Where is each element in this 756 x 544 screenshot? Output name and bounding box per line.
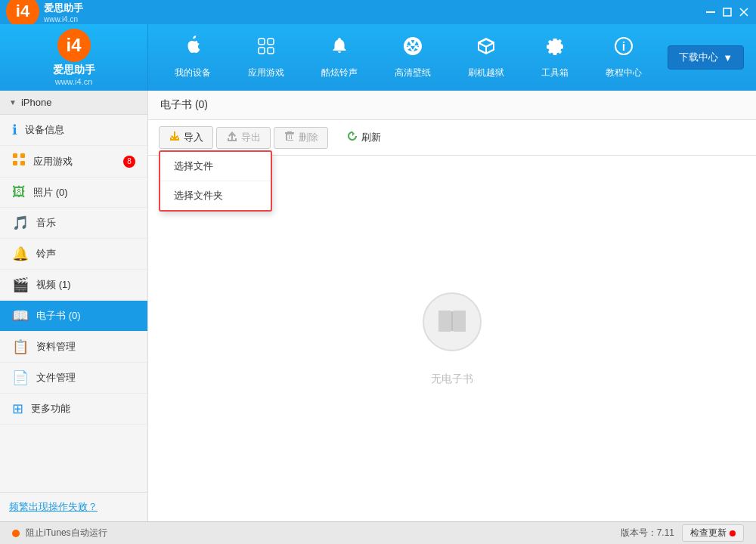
sidebar-bottom: 频繁出现操作失败？ xyxy=(0,492,147,521)
status-right: 版本号：7.11 检查更新 xyxy=(621,524,744,542)
window-controls xyxy=(705,6,750,18)
refresh-icon xyxy=(346,130,358,145)
nav-apple-icon xyxy=(182,36,203,62)
svg-rect-11 xyxy=(20,153,25,158)
status-itunes-text: 阻止iTunes自动运行 xyxy=(26,527,107,539)
delete-button[interactable]: 删除 xyxy=(274,127,328,149)
sidebar-device-info-label: 设备信息 xyxy=(25,123,64,137)
nav-box-icon xyxy=(476,36,497,62)
status-bar: 阻止iTunes自动运行 版本号：7.11 检查更新 xyxy=(0,521,756,544)
nav-ringtones-label: 酷炫铃声 xyxy=(321,66,358,79)
nav-wallpaper[interactable]: 高清壁纸 xyxy=(383,29,443,85)
update-dot-icon xyxy=(730,530,736,536)
nav-my-device-label: 我的设备 xyxy=(175,66,211,79)
svg-rect-5 xyxy=(268,39,274,45)
main-layout: ▼ iPhone ℹ 设备信息 应用游戏 8 🖼 照片 (0) 🎵 音乐 xyxy=(0,91,756,521)
refresh-label: 刷新 xyxy=(361,131,381,144)
device-arrow-icon: ▼ xyxy=(9,98,17,107)
svg-rect-6 xyxy=(259,48,265,54)
nav-apps-games[interactable]: 应用游戏 xyxy=(236,29,296,85)
import-dropdown: 选择文件 选择文件夹 xyxy=(159,150,272,212)
device-name: iPhone xyxy=(21,97,51,108)
info-icon: ℹ xyxy=(12,122,17,138)
ringtones-icon: 🔔 xyxy=(12,246,29,262)
ebooks-icon: 📖 xyxy=(12,308,29,324)
sidebar-items-list: ℹ 设备信息 应用游戏 8 🖼 照片 (0) 🎵 音乐 🔔 铃声 xyxy=(0,115,147,492)
sidebar-item-photos[interactable]: 🖼 照片 (0) xyxy=(0,178,147,208)
export-button[interactable]: 导出 xyxy=(216,127,271,149)
sidebar-item-data-mgmt[interactable]: 📋 资料管理 xyxy=(0,332,147,363)
import-button[interactable]: 导入 xyxy=(159,126,213,149)
restore-button[interactable] xyxy=(721,6,733,18)
sidebar-videos-label: 视频 (1) xyxy=(36,278,71,292)
import-label: 导入 xyxy=(184,131,203,144)
select-folder-item[interactable]: 选择文件夹 xyxy=(160,181,271,210)
sidebar-item-videos[interactable]: 🎬 视频 (1) xyxy=(0,270,147,301)
minimize-button[interactable] xyxy=(705,6,717,18)
file-mgmt-icon: 📄 xyxy=(12,369,29,386)
nav-jailbreak[interactable]: 刷机越狱 xyxy=(456,29,516,85)
header-logo: i4 爱思助手 www.i4.cn xyxy=(0,24,148,91)
svg-rect-0 xyxy=(706,11,715,13)
refresh-button[interactable]: 刷新 xyxy=(337,127,390,148)
sidebar-file-mgmt-label: 文件管理 xyxy=(36,371,76,385)
close-button[interactable] xyxy=(738,6,750,18)
svg-text:i: i xyxy=(621,40,624,53)
version-label: 版本号：7.11 xyxy=(621,527,674,539)
nav-my-device[interactable]: 我的设备 xyxy=(163,29,223,85)
nav-toolbox[interactable]: 工具箱 xyxy=(529,29,581,85)
more-icon: ⊞ xyxy=(12,400,23,417)
sidebar-item-file-mgmt[interactable]: 📄 文件管理 xyxy=(0,363,147,394)
header-app-url: www.i4.cn xyxy=(55,77,93,86)
photos-icon: 🖼 xyxy=(12,184,26,200)
header: i4 爱思助手 www.i4.cn 我的设备 应用游戏 酷炫铃声 xyxy=(0,24,756,91)
svg-rect-12 xyxy=(13,161,17,165)
nav-apps-icon xyxy=(256,36,277,62)
download-center-button[interactable]: 下载中心 ▼ xyxy=(668,45,744,70)
sidebar-item-apps[interactable]: 应用游戏 8 xyxy=(0,146,147,178)
sidebar-ebooks-label: 电子书 (0) xyxy=(36,309,81,323)
frequent-fail-button[interactable]: 频繁出现操作失败？ xyxy=(9,500,98,514)
sidebar-item-ringtones[interactable]: 🔔 铃声 xyxy=(0,239,147,270)
sidebar-item-ebooks[interactable]: 📖 电子书 (0) xyxy=(0,301,147,332)
nav-bar: 我的设备 应用游戏 酷炫铃声 高清壁纸 刷机越狱 xyxy=(148,24,668,91)
nav-bell-icon xyxy=(329,36,350,62)
header-app-name: 爱思助手 xyxy=(53,63,95,77)
sidebar-item-music[interactable]: 🎵 音乐 xyxy=(0,208,147,239)
nav-tutorials-label: 教程中心 xyxy=(606,66,642,79)
export-icon xyxy=(226,131,238,145)
app-name: 爱思助手 xyxy=(44,2,83,15)
nav-tutorials[interactable]: i 教程中心 xyxy=(593,29,654,85)
import-icon xyxy=(169,130,181,145)
content-title: 电子书 (0) xyxy=(148,91,756,120)
content-area: 电子书 (0) 导入 导出 删除 xyxy=(148,91,756,521)
device-label: ▼ iPhone xyxy=(0,91,147,115)
download-arrow-icon: ▼ xyxy=(723,52,733,63)
nav-toolbox-label: 工具箱 xyxy=(541,66,569,79)
svg-rect-10 xyxy=(13,153,17,158)
status-left: 阻止iTunes自动运行 xyxy=(12,527,107,539)
sidebar-item-device-info[interactable]: ℹ 设备信息 xyxy=(0,115,147,146)
sidebar-more-label: 更多功能 xyxy=(31,402,70,416)
status-dot-icon xyxy=(12,530,20,537)
delete-icon xyxy=(284,131,296,145)
sidebar-music-label: 音乐 xyxy=(36,216,56,230)
music-icon: 🎵 xyxy=(12,215,29,231)
sidebar: ▼ iPhone ℹ 设备信息 应用游戏 8 🖼 照片 (0) 🎵 音乐 xyxy=(0,91,148,521)
nav-info-icon: i xyxy=(613,36,634,62)
nav-jailbreak-label: 刷机越狱 xyxy=(468,66,504,79)
title-bar: i4 爱思助手 www.i4.cn xyxy=(0,0,756,24)
toolbar: 导入 导出 删除 刷新 选择文件 xyxy=(148,120,756,156)
select-file-item[interactable]: 选择文件 xyxy=(160,152,271,181)
check-update-label: 检查更新 xyxy=(690,527,727,539)
nav-ringtones[interactable]: 酷炫铃声 xyxy=(309,29,370,85)
videos-icon: 🎬 xyxy=(12,277,29,293)
data-mgmt-icon: 📋 xyxy=(12,338,29,355)
nav-apps-label: 应用游戏 xyxy=(248,66,284,79)
sidebar-item-more[interactable]: ⊞ 更多功能 xyxy=(0,394,147,425)
download-center-label: 下载中心 xyxy=(679,51,718,64)
sidebar-data-mgmt-label: 资料管理 xyxy=(36,340,76,354)
check-update-button[interactable]: 检查更新 xyxy=(682,524,744,542)
svg-rect-7 xyxy=(268,48,274,54)
delete-label: 删除 xyxy=(299,131,318,144)
